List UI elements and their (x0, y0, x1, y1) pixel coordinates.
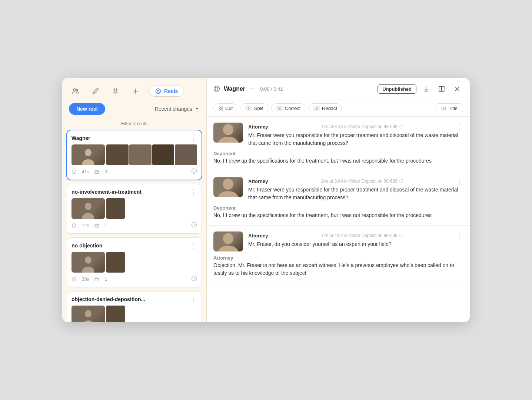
clip-question-text: Mr. Fraser were you responsible for the … (248, 186, 463, 201)
clip-speaker: Attorney (248, 179, 268, 184)
title-label: Title (449, 106, 458, 111)
clip-menu-icon[interactable]: ⋮ (456, 231, 463, 240)
svg-point-48 (219, 109, 220, 110)
clips-area: Attorney 14s at 3:44 in Video Deposition… (207, 117, 470, 322)
clock-icon (72, 223, 77, 228)
chevron-down-icon (194, 106, 200, 111)
svg-line-5 (116, 89, 117, 94)
svg-point-41 (252, 89, 253, 90)
external-link-icon (399, 179, 403, 183)
clock-icon (72, 277, 77, 282)
split-label: Split (254, 106, 263, 111)
unpublished-badge: Unpublished (378, 84, 416, 94)
svg-point-57 (223, 179, 233, 190)
external-link-icon (399, 233, 403, 238)
clip-time-ref: 12s at 4:52 in Video Deposition 98-639 (321, 233, 403, 238)
reel-title: no-involvement-in-treatment (72, 189, 142, 195)
reel-icon (213, 86, 220, 92)
recent-changes-dropdown[interactable]: Recent changes (155, 106, 200, 112)
correct-button[interactable]: x Correct (271, 103, 305, 113)
reel-thumb-strip (106, 198, 197, 219)
clip-response-text: No, I I drew up the specifications for t… (213, 157, 463, 165)
reel-item-wagner[interactable]: Wagner ⋮ (67, 130, 202, 180)
nav-tabs: Reels (62, 78, 206, 98)
plus-icon[interactable] (129, 84, 142, 98)
clock-icon (72, 169, 77, 174)
clip-response-text: Objection. Mr. Fraser is not here as an … (213, 261, 463, 277)
reels-tab[interactable]: Reels (149, 86, 184, 97)
reel-duration: 14s (82, 223, 89, 228)
clip-thumbnail (213, 177, 243, 197)
svg-rect-43 (439, 86, 441, 91)
clips-icon (94, 277, 99, 282)
svg-line-4 (114, 89, 114, 94)
reel-menu-icon[interactable]: ⋮ (190, 296, 197, 303)
svg-point-9 (157, 90, 159, 92)
external-link-icon (399, 124, 403, 129)
toolbar-row: New reel Recent changes (62, 98, 206, 119)
clip-thumbnail (213, 231, 243, 251)
close-button[interactable] (451, 83, 463, 95)
title-button[interactable]: Title (436, 103, 463, 113)
clip-meta: Attorney 14s at 3:44 in Video Deposition… (248, 123, 463, 147)
reels-tab-label: Reels (164, 88, 178, 94)
clips-icon (94, 223, 99, 228)
reel-title: objection-denied-deposition... (72, 296, 145, 302)
correct-key: x (276, 106, 283, 111)
reel-item-objection-denied[interactable]: objection-denied-deposition... ⋮ (67, 291, 202, 322)
filter-bar: Filter 4 reels (62, 119, 206, 130)
svg-point-35 (216, 88, 218, 90)
svg-point-42 (253, 89, 254, 90)
clip-response-speaker: Deponent (213, 151, 463, 156)
svg-point-19 (85, 203, 92, 210)
edit-icon[interactable] (89, 84, 102, 98)
clips-icon (94, 169, 99, 174)
svg-point-59 (223, 233, 233, 244)
title-icon (441, 106, 446, 111)
reel-title: no objection (72, 243, 102, 249)
clip-entry-3: Attorney 12s at 4:52 in Video Deposition… (207, 226, 470, 283)
reel-clips: 1 (104, 277, 107, 282)
clip-thumbnail (213, 123, 243, 143)
layout-toggle-button[interactable] (436, 83, 448, 95)
filter-label: Filter 4 reels (121, 121, 148, 126)
cut-button[interactable]: Cut (213, 103, 237, 113)
clip-menu-icon[interactable]: ⋮ (456, 123, 463, 131)
svg-rect-52 (442, 107, 446, 110)
reel-check-icon (191, 168, 197, 175)
redact-button[interactable]: y Redact (308, 103, 342, 113)
clip-speaker: Attorney (248, 233, 268, 239)
reel-list: Wagner ⋮ (62, 130, 206, 322)
new-reel-button[interactable]: New reel (69, 103, 105, 115)
time-display: 0:00 / 0:41 (260, 86, 283, 92)
hash-icon[interactable] (109, 84, 122, 98)
toolbar-strip: Cut [ Split x Correct y Redact Title (207, 100, 470, 117)
clip-question-text: Mr. Fraser, do you consider yourself as … (248, 240, 463, 248)
app-container: Reels New reel Recent changes Filter 4 r… (62, 78, 470, 322)
reel-item-no-objection[interactable]: no objection ⋮ 30s (67, 237, 202, 287)
reel-title: Wagner (72, 135, 90, 141)
left-panel: Reels New reel Recent changes Filter 4 r… (62, 78, 207, 322)
reel-menu-icon[interactable]: ⋮ (190, 189, 197, 195)
redact-key: y (313, 106, 320, 111)
reel-thumb-strip (106, 144, 197, 165)
clip-response-speaker: Attorney (213, 255, 463, 261)
clip-time-ref: 14s at 3:44 in Video Deposition 98-639 (321, 124, 403, 129)
reel-thumb-main (72, 252, 105, 273)
svg-rect-27 (95, 278, 99, 281)
more-options-icon[interactable] (249, 86, 255, 92)
people-icon[interactable] (69, 84, 82, 98)
svg-point-29 (85, 310, 92, 317)
svg-point-15 (82, 159, 94, 165)
reel-duration: 30s (82, 277, 89, 282)
clip-menu-icon[interactable]: ⋮ (456, 177, 463, 185)
svg-rect-44 (442, 86, 444, 91)
reel-menu-icon[interactable]: ⋮ (190, 242, 197, 249)
svg-point-55 (223, 124, 233, 135)
download-button[interactable] (420, 83, 432, 95)
split-button[interactable]: [ Split (240, 103, 268, 113)
reel-item-no-involvement[interactable]: no-involvement-in-treatment ⋮ (67, 184, 202, 234)
cut-icon (218, 106, 223, 111)
reel-menu-icon[interactable]: ⋮ (190, 135, 197, 141)
reel-thumb-strip (106, 252, 197, 273)
